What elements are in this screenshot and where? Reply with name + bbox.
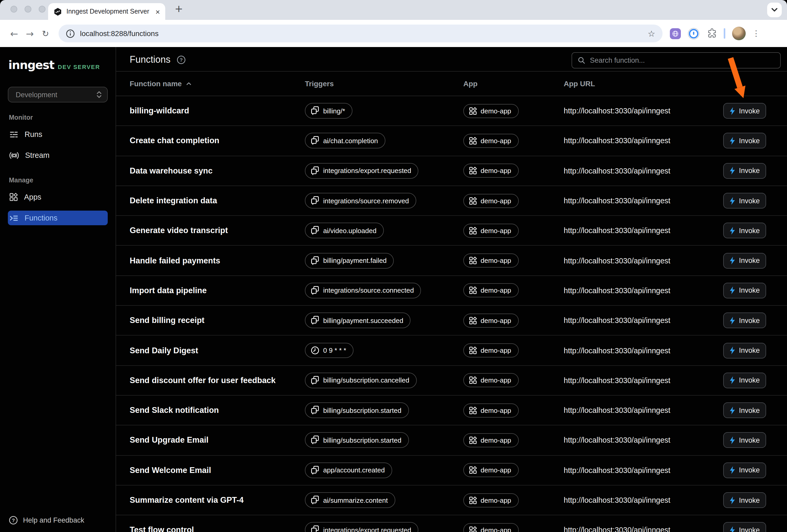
environment-value: Development — [16, 91, 57, 98]
zoom-window-button[interactable] — [39, 6, 45, 13]
help-and-feedback[interactable]: ? Help and Feedback — [9, 516, 84, 525]
search-box[interactable] — [572, 52, 781, 68]
bookmark-star-icon[interactable]: ☆ — [647, 28, 655, 38]
invoke-label: Invoke — [739, 377, 760, 384]
bolt-icon — [729, 377, 735, 384]
app-badge: demo-app — [463, 194, 518, 208]
app-badge: demo-app — [463, 463, 518, 477]
app-label: demo-app — [481, 436, 511, 444]
invoke-button[interactable]: Invoke — [723, 402, 766, 418]
column-app-url: App URL — [564, 80, 723, 88]
invoke-button[interactable]: Invoke — [723, 133, 766, 149]
invoke-button[interactable]: Invoke — [723, 283, 766, 298]
address-bar[interactable]: localhost:8288/functions ☆ — [59, 25, 662, 42]
invoke-button[interactable]: Invoke — [723, 312, 766, 328]
app-label: demo-app — [481, 347, 511, 354]
back-button[interactable]: ← — [6, 28, 22, 39]
app-grid-icon — [469, 466, 477, 474]
table-row: Import data pipeline integrations/source… — [116, 276, 787, 306]
sidebar-item-functions[interactable]: Functions — [8, 210, 108, 225]
dev-server-badge: DEV SERVER — [58, 64, 100, 70]
function-name[interactable]: Test flow control — [130, 526, 305, 532]
app-badge: demo-app — [463, 373, 518, 387]
function-name[interactable]: Create chat completion — [130, 136, 305, 146]
app-label: demo-app — [481, 107, 511, 115]
sort-ascending-icon[interactable] — [186, 82, 191, 85]
function-name[interactable]: Send discount offer for user feedback — [130, 376, 305, 385]
table-row: Data warehouse sync integrations/export.… — [116, 156, 787, 186]
help-circle-icon[interactable]: ? — [177, 56, 186, 64]
trigger-label: billing/* — [323, 107, 345, 115]
reload-button[interactable]: ↻ — [38, 28, 54, 38]
bolt-icon — [729, 287, 735, 294]
function-name[interactable]: Send Upgrade Email — [130, 436, 305, 445]
app-badge: demo-app — [463, 284, 518, 297]
trigger-badge: billing/* — [305, 103, 353, 119]
app-label: demo-app — [481, 406, 511, 414]
tab-search-button[interactable] — [767, 3, 782, 17]
new-tab-button[interactable]: + — [175, 3, 183, 14]
close-tab-icon[interactable]: × — [155, 7, 160, 16]
close-window-button[interactable] — [10, 6, 17, 13]
app-grid-icon — [469, 167, 477, 175]
function-name[interactable]: Send Welcome Email — [130, 465, 305, 475]
window-controls[interactable] — [10, 6, 45, 13]
trigger-label: integrations/source.removed — [323, 197, 409, 205]
invoke-button[interactable]: Invoke — [723, 462, 766, 478]
function-name[interactable]: Generate video transcript — [130, 226, 305, 236]
invoke-button[interactable]: Invoke — [723, 373, 766, 388]
app-label: demo-app — [481, 167, 511, 175]
help-icon: ? — [9, 516, 18, 525]
function-name[interactable]: Handle failed payments — [130, 256, 305, 265]
bolt-icon — [729, 526, 735, 532]
app-badge: demo-app — [463, 493, 518, 507]
browser-menu-icon[interactable]: ⋮ — [752, 29, 760, 38]
app-url: http://localhost:3030/api/inngest — [564, 316, 723, 325]
minimize-window-button[interactable] — [25, 6, 31, 13]
invoke-button[interactable]: Invoke — [723, 223, 766, 239]
function-name[interactable]: Send Slack notification — [130, 405, 305, 415]
event-trigger-icon — [311, 166, 319, 175]
browser-tab[interactable]: Inngest Development Server × — [48, 3, 165, 20]
toolbar-extensions: ⋮ — [670, 27, 760, 40]
invoke-button[interactable]: Invoke — [723, 103, 766, 119]
invoke-label: Invoke — [739, 227, 760, 235]
invoke-button[interactable]: Invoke — [723, 193, 766, 208]
invoke-button[interactable]: Invoke — [723, 492, 766, 508]
function-name[interactable]: Send billing receipt — [130, 316, 305, 325]
url-text[interactable]: localhost:8288/functions — [80, 29, 642, 38]
function-name[interactable]: billing-wildcard — [130, 106, 305, 115]
function-name[interactable]: Data warehouse sync — [130, 166, 305, 175]
invoke-button[interactable]: Invoke — [723, 163, 766, 178]
app-content: inngest DEV SERVER Development Monitor R… — [0, 47, 787, 532]
function-name[interactable]: Import data pipeline — [130, 286, 305, 295]
event-trigger-icon — [311, 465, 319, 475]
environment-select[interactable]: Development — [8, 87, 108, 103]
profile-avatar[interactable] — [732, 27, 745, 40]
sidebar-item-apps[interactable]: Apps — [8, 190, 108, 204]
apps-icon — [9, 193, 18, 201]
invoke-button[interactable]: Invoke — [723, 522, 766, 532]
bolt-icon — [729, 137, 735, 145]
function-name[interactable]: Send Daily Digest — [130, 346, 305, 355]
sidebar-item-runs[interactable]: Runs — [8, 127, 108, 141]
event-trigger-icon — [311, 405, 319, 415]
trigger-badge: billing/subscription.started — [305, 402, 409, 418]
function-name[interactable]: Delete integration data — [130, 196, 305, 205]
password-manager-icon[interactable] — [688, 27, 700, 40]
invoke-label: Invoke — [739, 167, 760, 175]
invoke-button[interactable]: Invoke — [723, 433, 766, 448]
function-name[interactable]: Summarize content via GPT-4 — [130, 495, 305, 505]
extension-icon[interactable] — [670, 28, 681, 39]
invoke-button[interactable]: Invoke — [723, 342, 766, 358]
forward-button[interactable]: → — [22, 28, 38, 39]
search-input[interactable] — [590, 57, 774, 64]
app-url: http://localhost:3030/api/inngest — [564, 137, 723, 145]
extensions-puzzle-icon[interactable] — [706, 28, 717, 39]
bolt-icon — [729, 347, 735, 354]
sidebar-item-stream[interactable]: Stream — [8, 148, 108, 162]
invoke-label: Invoke — [739, 287, 760, 294]
site-info-icon[interactable] — [66, 29, 75, 38]
invoke-button[interactable]: Invoke — [723, 253, 766, 268]
column-function-name[interactable]: Function name — [130, 80, 182, 88]
